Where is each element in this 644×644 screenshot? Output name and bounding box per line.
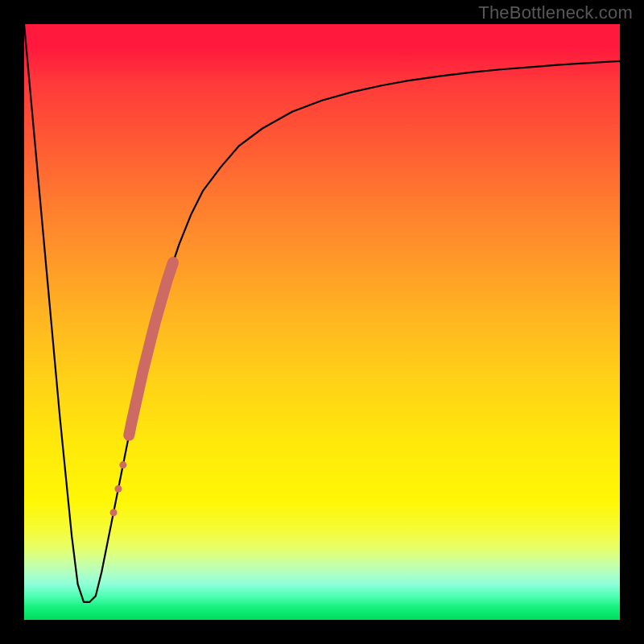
chart-overlay-svg [24, 24, 620, 620]
bead-dot [110, 509, 118, 516]
bead-dot [119, 461, 126, 469]
chart-frame: TheBottleneck.com [0, 0, 644, 644]
attribution-text: TheBottleneck.com [478, 2, 633, 23]
plot-area [24, 24, 620, 620]
bead-segment-main [129, 262, 173, 436]
highlight-beads [110, 262, 174, 516]
bead-dot [114, 485, 122, 493]
bead-dot [124, 431, 134, 440]
attribution-label: TheBottleneck.com [478, 2, 633, 23]
